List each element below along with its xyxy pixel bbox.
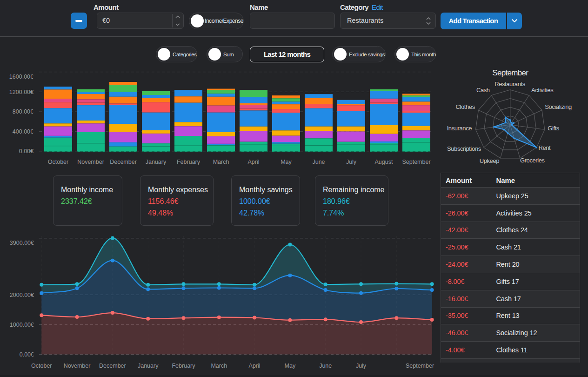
svg-text:Groceries: Groceries <box>520 157 545 164</box>
svg-text:0.00€: 0.00€ <box>20 351 34 358</box>
svg-text:Upkeep: Upkeep <box>480 157 500 164</box>
svg-text:Cash: Cash <box>476 87 490 94</box>
svg-text:March: March <box>211 363 227 369</box>
svg-text:October: October <box>31 363 52 369</box>
svg-text:Gifts: Gifts <box>548 125 560 132</box>
svg-text:1200.00€: 1200.00€ <box>9 89 33 95</box>
svg-text:Subscriptions: Subscriptions <box>447 145 481 152</box>
svg-text:November: November <box>77 159 104 165</box>
svg-text:December: December <box>110 159 137 165</box>
svg-text:2000.00€: 2000.00€ <box>10 292 34 298</box>
svg-text:Socializing: Socializing <box>545 103 572 110</box>
svg-text:February: February <box>172 363 195 369</box>
svg-text:800.00€: 800.00€ <box>13 108 33 115</box>
svg-text:August: August <box>375 159 393 165</box>
svg-text:July: July <box>356 363 367 369</box>
svg-text:1600.00€: 1600.00€ <box>9 74 33 80</box>
svg-text:1000.00€: 1000.00€ <box>10 322 34 328</box>
svg-text:400.00€: 400.00€ <box>13 128 33 135</box>
svg-text:0.00€: 0.00€ <box>19 148 33 155</box>
svg-text:June: June <box>319 363 332 369</box>
svg-text:May: May <box>285 363 296 369</box>
svg-text:March: March <box>213 159 229 165</box>
svg-text:September: September <box>492 68 528 77</box>
svg-text:September: September <box>402 159 430 165</box>
svg-text:January: January <box>146 159 167 165</box>
svg-text:3900.00€: 3900.00€ <box>10 240 34 246</box>
svg-text:April: April <box>249 363 261 369</box>
svg-text:Clothes: Clothes <box>455 103 475 110</box>
svg-text:April: April <box>247 159 259 165</box>
svg-text:December: December <box>99 363 126 369</box>
svg-text:January: January <box>138 363 159 369</box>
svg-text:November: November <box>64 363 91 369</box>
svg-text:Restaurants: Restaurants <box>494 81 526 88</box>
svg-text:Insurance: Insurance <box>447 125 472 132</box>
svg-text:Rent: Rent <box>538 144 551 151</box>
svg-text:Activities: Activities <box>531 87 554 94</box>
svg-text:June: June <box>312 159 325 165</box>
svg-text:September: September <box>406 363 434 369</box>
svg-text:May: May <box>281 159 292 165</box>
svg-text:July: July <box>346 159 357 165</box>
svg-text:October: October <box>48 159 68 165</box>
svg-text:February: February <box>177 159 200 165</box>
